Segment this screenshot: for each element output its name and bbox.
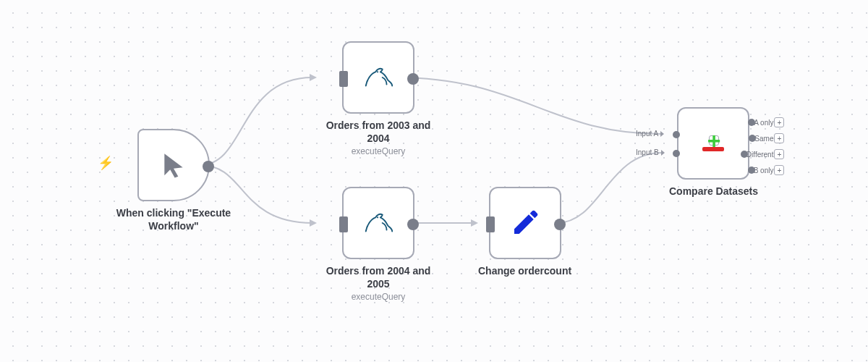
- port-out-different[interactable]: Different+: [746, 149, 785, 159]
- pencil-icon: [511, 209, 540, 237]
- input-a-label: Input A: [636, 130, 664, 138]
- node-change-ordercount[interactable]: Change ordercount: [478, 187, 571, 278]
- node-query1-label: Orders from 2003 and 2004: [317, 119, 440, 145]
- node-compare-label: Compare Datasets: [669, 185, 758, 198]
- node-query1-sublabel: executeQuery: [352, 146, 406, 156]
- compare-icon: +: [702, 135, 724, 151]
- port-out-a-only[interactable]: A only+: [754, 117, 784, 127]
- node-change-label: Change ordercount: [478, 265, 571, 278]
- port-in[interactable]: [339, 216, 348, 232]
- port-in-a[interactable]: [673, 131, 680, 138]
- svg-point-4: [377, 216, 378, 218]
- node-trigger-label: When clicking "Execute Workflow": [112, 207, 235, 232]
- port-out[interactable]: [407, 73, 419, 85]
- node-query2-sublabel: executeQuery: [352, 292, 406, 302]
- port-out[interactable]: [203, 161, 214, 172]
- workflow-canvas[interactable]: ⚡ When clicking "Execute Workflow" Order…: [0, 0, 868, 362]
- node-trigger[interactable]: ⚡ When clicking "Execute Workflow": [112, 129, 235, 232]
- node-compare-datasets[interactable]: Input A Input B + A only+ Same+ Differen…: [669, 107, 758, 198]
- input-b-label: Input B: [636, 148, 665, 156]
- svg-point-3: [377, 71, 378, 72]
- port-out-same[interactable]: Same+: [754, 133, 784, 143]
- port-out[interactable]: [407, 219, 419, 230]
- node-query-2004-2005[interactable]: Orders from 2004 and 2005 executeQuery: [317, 187, 440, 302]
- svg-marker-0: [310, 74, 317, 81]
- port-out-b-only[interactable]: B only+: [754, 165, 785, 175]
- bolt-icon: ⚡: [98, 155, 114, 171]
- mysql-icon: [362, 63, 395, 92]
- port-out[interactable]: [554, 219, 566, 230]
- node-query-2003-2004[interactable]: Orders from 2003 and 2004 executeQuery: [317, 41, 440, 156]
- node-query2-label: Orders from 2004 and 2005: [317, 265, 440, 290]
- port-in[interactable]: [339, 71, 348, 87]
- port-in[interactable]: [486, 216, 495, 232]
- mysql-icon: [362, 209, 395, 237]
- svg-marker-1: [310, 219, 317, 227]
- cursor-icon: [160, 151, 187, 179]
- svg-marker-2: [471, 219, 478, 227]
- port-in-b[interactable]: [673, 150, 680, 157]
